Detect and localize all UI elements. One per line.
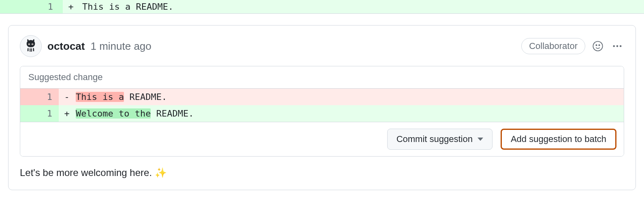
- diff-marker: +: [63, 0, 79, 13]
- svg-point-10: [620, 45, 622, 47]
- svg-point-6: [596, 45, 597, 46]
- deletion-highlight: This is a: [76, 92, 124, 102]
- button-label: Add suggestion to batch: [511, 134, 606, 144]
- suggested-change: Suggested change 1 -This is a README. 1 …: [20, 66, 624, 157]
- line-number: 1: [0, 0, 63, 13]
- svg-point-3: [29, 44, 30, 45]
- role-badge: Collaborator: [521, 38, 585, 54]
- commit-suggestion-button[interactable]: Commit suggestion: [387, 129, 493, 150]
- svg-point-4: [32, 44, 33, 45]
- diff-marker: -: [62, 92, 72, 102]
- suggestion-actions: Commit suggestion Add suggestion to batc…: [20, 122, 624, 156]
- comment-body: Let's be more welcoming here. ✨: [20, 167, 624, 178]
- svg-point-5: [593, 41, 602, 51]
- review-comment: octocat 1 minute ago Collaborator Sugges…: [8, 25, 636, 190]
- diff-code: This is a README.: [79, 0, 644, 13]
- svg-point-7: [599, 45, 599, 46]
- button-label: Commit suggestion: [397, 134, 473, 144]
- kebab-icon: [612, 40, 623, 52]
- addition-rest: README.: [151, 108, 194, 119]
- suggestion-deletion-row: 1 -This is a README.: [20, 89, 624, 105]
- svg-point-9: [616, 45, 618, 47]
- line-number: 1: [20, 89, 59, 105]
- comment-author[interactable]: octocat: [47, 40, 85, 53]
- line-number: 1: [20, 105, 59, 122]
- diff-marker: +: [62, 108, 72, 119]
- suggestion-addition-row: 1 +Welcome to the README.: [20, 105, 624, 122]
- addition-highlight: Welcome to the: [76, 108, 151, 119]
- avatar[interactable]: [20, 35, 42, 57]
- kebab-menu-button[interactable]: [610, 39, 624, 53]
- chevron-down-icon: [478, 138, 483, 141]
- add-suggestion-to-batch-button[interactable]: Add suggestion to batch: [501, 129, 616, 150]
- suggestion-title: Suggested change: [20, 66, 624, 89]
- comment-text: Let's be more welcoming here.: [20, 167, 155, 178]
- deletion-code: -This is a README.: [59, 89, 624, 105]
- svg-point-8: [613, 45, 615, 47]
- add-reaction-button[interactable]: [591, 39, 605, 53]
- comment-timestamp[interactable]: 1 minute ago: [90, 40, 151, 53]
- diff-row: 1 + This is a README.: [0, 0, 644, 14]
- comment-header: octocat 1 minute ago Collaborator: [20, 35, 624, 57]
- sparkles-emoji: ✨: [155, 167, 167, 178]
- deletion-rest: README.: [124, 92, 167, 102]
- addition-code: +Welcome to the README.: [59, 105, 624, 122]
- smiley-icon: [592, 40, 603, 52]
- octocat-icon: [22, 37, 40, 55]
